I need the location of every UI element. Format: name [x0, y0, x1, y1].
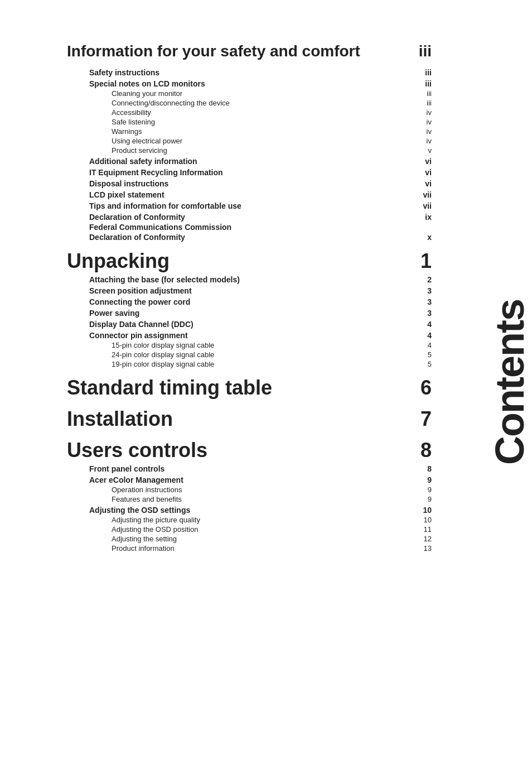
contents-sidebar: Contents	[487, 0, 532, 764]
heading-unpacking: Unpacking	[67, 249, 170, 273]
section-heading-safety: Information for your safety and comfort	[67, 42, 360, 60]
toc-item-fcc-line1: Federal Communications Commission x	[67, 223, 432, 232]
toc-item-product-info: Product information 13	[67, 544, 432, 552]
toc-item-attaching-base: Attaching the base (for selected models)…	[67, 275, 432, 284]
toc-item-front-panel: Front panel controls 8	[67, 464, 432, 473]
page-container: Information for your safety and comfort …	[0, 0, 532, 587]
heading-users-controls: Users controls	[67, 439, 207, 462]
toc-item-24pin: 24-pin color display signal cable 5	[67, 350, 432, 359]
toc-item-operation-instructions: Operation instructions 9	[67, 486, 432, 494]
contents-label: Contents	[487, 300, 532, 465]
toc-item-features-benefits: Features and benefits 9	[67, 495, 432, 503]
section-installation: Installation 7	[67, 407, 432, 431]
section-users-controls: Users controls 8	[67, 439, 432, 462]
toc-item-fcc-line2: Declaration of Conformity x	[67, 233, 432, 242]
section-timing: Standard timing table 6	[67, 376, 432, 400]
toc-item-connecting: Connecting/disconnecting the device iii	[67, 99, 432, 107]
toc-item-ddc: Display Data Channel (DDC) 4	[67, 320, 432, 329]
toc-item-declaration: Declaration of Conformity ix	[67, 213, 432, 222]
page-unpacking: 1	[415, 249, 432, 273]
page-users-controls: 8	[415, 439, 432, 462]
toc-item-accessibility: Accessibility iv	[67, 108, 432, 117]
toc-item-safety-instructions: Safety instructions iii	[67, 68, 432, 77]
toc-item-ecolor: Acer eColor Management 9	[67, 475, 432, 484]
heading-installation: Installation	[67, 407, 173, 431]
toc-item-warnings: Warnings iv	[67, 127, 432, 136]
toc-item-osd-settings: Adjusting the OSD settings 10	[67, 506, 432, 515]
section-unpacking: Unpacking 1	[67, 249, 432, 273]
toc-item-special-notes: Special notes on LCD monitors iii	[67, 79, 432, 88]
toc-item-cleaning: Cleaning your monitor iii	[67, 89, 432, 98]
heading-timing: Standard timing table	[67, 376, 272, 400]
section-info-safety: Information for your safety and comfort …	[67, 33, 432, 64]
toc-item-product-servicing: Product servicing v	[67, 146, 432, 155]
toc-item-15pin: 15-pin color display signal cable 4	[67, 341, 432, 349]
toc-item-recycling: IT Equipment Recycling Information vi	[67, 168, 432, 177]
toc-item-electrical: Using electrical power iv	[67, 137, 432, 145]
page-timing: 6	[415, 376, 432, 400]
toc-item-safe-listening: Safe listening iv	[67, 118, 432, 126]
toc-item-disposal: Disposal instructions vi	[67, 179, 432, 188]
toc-item-adjusting-setting: Adjusting the setting 12	[67, 535, 432, 543]
toc-item-19pin: 19-pin color display signal cable 5	[67, 360, 432, 368]
toc-item-lcd-pixel: LCD pixel statement vii	[67, 190, 432, 199]
toc-item-osd-position: Adjusting the OSD position 11	[67, 525, 432, 534]
section-page-safety: iii	[415, 42, 432, 60]
toc-item-power-saving: Power saving 3	[67, 309, 432, 318]
toc-item-connector: Connector pin assignment 4	[67, 331, 432, 340]
toc-item-screen-position: Screen position adjustment 3	[67, 286, 432, 295]
toc-item-tips: Tips and information for comfortable use…	[67, 201, 432, 210]
toc-item-power-cord: Connecting the power cord 3	[67, 297, 432, 306]
page-installation: 7	[415, 407, 432, 431]
toc-item-additional-safety: Additional safety information vi	[67, 157, 432, 166]
toc-item-picture-quality: Adjusting the picture quality 10	[67, 516, 432, 524]
